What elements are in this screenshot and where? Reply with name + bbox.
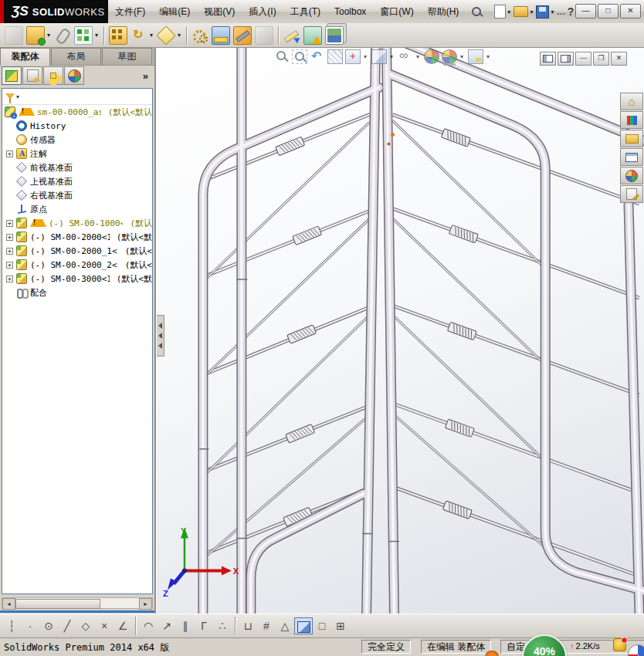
tree-item-mates[interactable]: 配合 bbox=[2, 286, 152, 299]
restore-window[interactable]: □ bbox=[598, 4, 619, 19]
tangent-arc-tool-icon[interactable]: ◠ bbox=[139, 617, 158, 634]
tree-item-root[interactable]: ↓ sm-00-0000_asm (默认<默认 bbox=[2, 105, 152, 119]
tree-item-right-plane[interactable]: 右视基准面 bbox=[2, 188, 152, 202]
tree-horizontal-scrollbar[interactable]: ◄ ► bbox=[2, 597, 153, 609]
view-settings-icon[interactable] bbox=[468, 49, 483, 64]
single-viewport-icon[interactable]: □ bbox=[313, 617, 331, 634]
search-icon[interactable] bbox=[470, 5, 483, 18]
tree-item-sm-00-3000[interactable]: + (-) SM-00-3000<1> (默认<默 bbox=[2, 272, 152, 286]
reference-geometry-icon[interactable] bbox=[255, 26, 273, 45]
open-document-dropdown[interactable]: ▾ bbox=[530, 8, 533, 15]
menu-window[interactable]: 窗口(W) bbox=[373, 3, 420, 20]
tab-assembly[interactable]: 装配体 bbox=[0, 48, 50, 66]
new-document-icon[interactable] bbox=[494, 5, 506, 19]
linear-pattern-icon[interactable] bbox=[109, 26, 127, 45]
menu-view[interactable]: 视图(V) bbox=[197, 3, 242, 20]
sketch-width-tool-icon[interactable]: ⊔ bbox=[239, 617, 257, 634]
mate-icon[interactable] bbox=[54, 27, 71, 44]
parallel-relation-tool-icon[interactable]: ∥ bbox=[176, 617, 195, 634]
design-library-icon[interactable] bbox=[620, 111, 643, 129]
configurationmanager-icon[interactable] bbox=[43, 66, 63, 85]
appearance-gallery-icon[interactable] bbox=[325, 26, 344, 45]
open-document-icon[interactable] bbox=[514, 6, 528, 17]
expander-icon[interactable]: + bbox=[6, 276, 13, 282]
interference-detection-icon[interactable] bbox=[303, 26, 322, 45]
model-canvas[interactable]: Y X Z bbox=[157, 48, 644, 614]
menu-file[interactable]: 文件(F) bbox=[108, 3, 152, 20]
circle-tool-icon[interactable]: ⊙ bbox=[39, 617, 58, 634]
menu-help[interactable]: 帮助(H) bbox=[421, 3, 466, 20]
pane-split-left[interactable] bbox=[540, 52, 556, 66]
expander-icon[interactable]: + bbox=[6, 150, 13, 157]
hide-show-items-dropdown[interactable]: ▾ bbox=[416, 53, 419, 60]
perpendicular-relation-tool-icon[interactable]: Γ bbox=[195, 617, 213, 634]
convert-entities-tool-icon[interactable]: ↗ bbox=[158, 617, 176, 634]
display-style-dropdown[interactable]: ▾ bbox=[390, 53, 393, 60]
measure-icon[interactable] bbox=[283, 27, 300, 44]
line-tool-icon[interactable]: ╱ bbox=[58, 617, 76, 634]
view-settings-dropdown[interactable]: ▾ bbox=[486, 53, 490, 60]
display-style-icon[interactable] bbox=[371, 49, 387, 64]
more-commands-icon[interactable]: ... bbox=[557, 8, 565, 16]
menu-toolbox[interactable]: Toolbox bbox=[327, 3, 373, 20]
tree-item-annotations[interactable]: + 注解 bbox=[2, 147, 152, 161]
view-orientation-icon[interactable] bbox=[345, 49, 361, 64]
shaded-view-icon[interactable] bbox=[294, 617, 313, 634]
propertymanager-icon[interactable] bbox=[22, 66, 42, 85]
view-orientation-dropdown[interactable]: ▾ bbox=[364, 53, 367, 60]
tab-layout[interactable]: 布局 bbox=[51, 48, 101, 65]
tab-sketch[interactable]: 草图 bbox=[102, 48, 152, 65]
menu-edit[interactable]: 编辑(E) bbox=[152, 3, 197, 20]
scroll-right-button[interactable]: ► bbox=[139, 598, 152, 610]
appearances-scenes-icon[interactable] bbox=[620, 167, 643, 184]
menu-tools[interactable]: 工具(T) bbox=[283, 3, 327, 20]
toolbar-drag-handle-icon[interactable]: ┆ bbox=[2, 617, 21, 634]
solidworks-resources-icon[interactable] bbox=[620, 93, 643, 110]
expander-icon[interactable]: + bbox=[6, 262, 13, 269]
featuremanager-tree-icon[interactable] bbox=[2, 66, 22, 85]
assembly-features-icon[interactable] bbox=[233, 26, 252, 45]
tree-item-sm-00-2000[interactable]: + (-) SM-00-2000<1> (默认<默 bbox=[2, 230, 152, 244]
more-panes-button[interactable]: » bbox=[143, 70, 148, 82]
tree-item-top-plane[interactable]: 上视基准面 bbox=[2, 174, 152, 188]
save-document-icon[interactable] bbox=[536, 5, 549, 19]
open-part-dropdown[interactable]: ▾ bbox=[47, 32, 50, 39]
new-document-dropdown[interactable]: ▾ bbox=[507, 8, 510, 15]
apply-scene-icon[interactable] bbox=[442, 49, 457, 64]
grid-snap-tool-icon[interactable]: # bbox=[257, 617, 276, 634]
zoom-to-fit-icon[interactable] bbox=[274, 49, 290, 64]
scroll-left-button[interactable]: ◄ bbox=[2, 598, 15, 610]
component-pattern-icon[interactable] bbox=[74, 26, 93, 45]
draft-tool-icon[interactable]: △ bbox=[276, 617, 294, 634]
zoom-to-area-icon[interactable] bbox=[292, 49, 307, 64]
hide-show-items-icon[interactable] bbox=[398, 49, 413, 64]
rotate-component-dropdown[interactable]: ▾ bbox=[150, 32, 153, 39]
tree-item-sensors[interactable]: 传感器 bbox=[2, 133, 152, 147]
tree-item-front-plane[interactable]: 前视基准面 bbox=[2, 161, 152, 174]
save-document-dropdown[interactable]: ▾ bbox=[551, 8, 554, 15]
close-window[interactable]: ✕ bbox=[620, 4, 641, 19]
four-viewport-icon[interactable]: ⊞ bbox=[331, 617, 350, 634]
expander-icon[interactable]: + bbox=[6, 234, 13, 241]
graphics-viewport[interactable]: Y X Z ▾▾▾▾▾ —❐✕ bbox=[157, 48, 644, 614]
edit-appearance-icon[interactable] bbox=[424, 49, 439, 64]
smart-dimension-tool-icon[interactable]: ∴ bbox=[213, 617, 232, 634]
component-pattern-dropdown[interactable]: ▾ bbox=[95, 32, 98, 39]
section-view-icon[interactable] bbox=[327, 49, 343, 64]
tree-item-sm-00-2000-1[interactable]: + (-) SM-00-2000_1<1> (默认< bbox=[2, 244, 152, 258]
filter-icon[interactable] bbox=[5, 93, 15, 100]
displaymanager-icon[interactable] bbox=[64, 66, 84, 85]
previous-view-icon[interactable] bbox=[310, 49, 325, 64]
tree-item-origin[interactable]: 原点 bbox=[2, 202, 152, 216]
menu-insert[interactable]: 插入(I) bbox=[242, 3, 283, 20]
pane-split-right[interactable] bbox=[558, 52, 574, 66]
doc-close[interactable]: ✕ bbox=[611, 52, 627, 66]
notification-badge-icon[interactable] bbox=[613, 638, 626, 651]
apply-scene-dropdown[interactable]: ▾ bbox=[460, 53, 463, 60]
file-explorer-icon[interactable] bbox=[620, 130, 643, 147]
custom-properties-icon[interactable] bbox=[620, 185, 643, 203]
trim-entities-tool-icon[interactable]: × bbox=[95, 617, 114, 634]
doc-minimize[interactable]: — bbox=[575, 52, 591, 66]
move-component-icon[interactable] bbox=[156, 25, 175, 45]
filter-dropdown-icon[interactable]: ▾ bbox=[16, 93, 19, 100]
